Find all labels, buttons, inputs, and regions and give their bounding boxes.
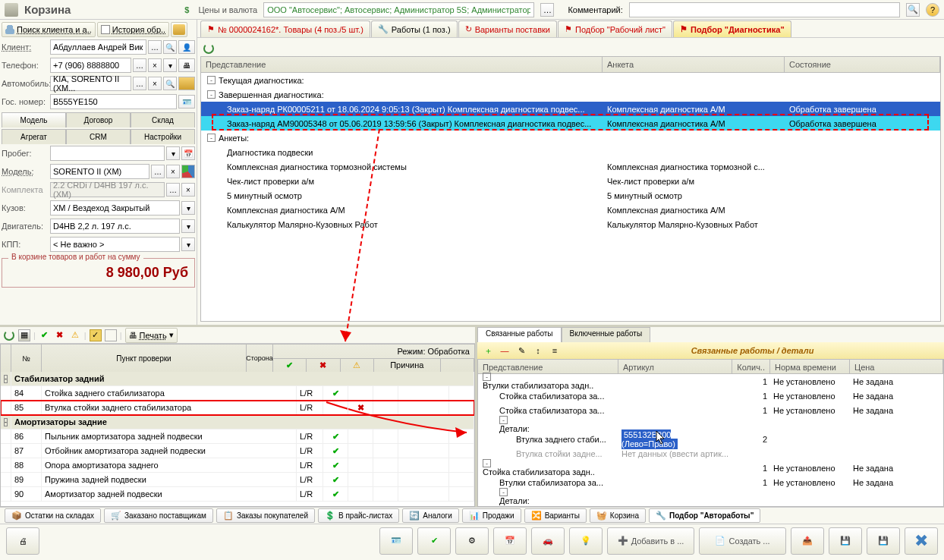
auto-input[interactable]: KIA, SORENTO II (XM...	[50, 76, 131, 91]
mileage-dd[interactable]: ▾	[166, 146, 180, 160]
engine-dd[interactable]: ▾	[181, 219, 195, 233]
check-row[interactable]: 90Амортизатор задней подвескиL/R✔	[1, 487, 474, 502]
tab-diagnostics[interactable]: ⚑Подбор "Диагностика"	[673, 20, 791, 37]
comment-input[interactable]	[629, 2, 900, 17]
help-button[interactable]: ?	[926, 3, 939, 17]
tree-row[interactable]: Заказ-наряд РК00005211 от 18.06.2024 9:0…	[201, 102, 940, 116]
auto-card[interactable]	[178, 77, 195, 90]
ok-button[interactable]: ✔	[39, 329, 51, 341]
tab-goods[interactable]: ⚑№ 0000024162*. Товары (4 поз./5 шт.)	[200, 20, 370, 37]
group-row[interactable]: -Стабилизатор задний	[1, 372, 474, 386]
tab-contract[interactable]: Договор	[66, 112, 131, 127]
complect-more[interactable]: …	[166, 183, 180, 197]
rel-del-button[interactable]: —	[499, 344, 511, 357]
model-input[interactable]: SORENTO II (XM)	[50, 164, 149, 179]
tab-variants[interactable]: ↻Варианты поставки	[458, 20, 557, 37]
phone-more[interactable]: …	[133, 58, 146, 72]
print-button[interactable]: 🖶 Печать ▾	[125, 328, 178, 343]
col-warn-icon[interactable]: ⚠	[341, 359, 374, 373]
rel-add-button[interactable]: ＋	[482, 344, 494, 357]
tab-warehouse[interactable]: Склад	[131, 112, 195, 127]
bottom-tab[interactable]: 📋Заказы покупателей	[216, 508, 315, 523]
col-representation[interactable]: Представление	[201, 57, 603, 72]
tab-aggregate[interactable]: Агрегат	[2, 129, 66, 144]
gear-button[interactable]: ⚙	[455, 527, 489, 555]
refresh-button[interactable]	[203, 43, 214, 54]
expand-icon[interactable]: -	[483, 373, 491, 381]
tree-row[interactable]: Чек-лист проверки а/мЧек-лист проверки а…	[201, 174, 940, 188]
check-row[interactable]: 88Опора амортизатора заднегоL/R✔	[1, 458, 474, 473]
tree-row[interactable]: Калькулятор Малярно-Кузовных РаботКальку…	[201, 217, 940, 231]
check-row[interactable]: 85Втулка стойки заднего стабилизатораL/R…	[1, 401, 474, 415]
diag-grid-body[interactable]: -Текущая диагностика:-Завершенная диагно…	[200, 73, 941, 322]
grid-button[interactable]: ▦	[18, 329, 30, 341]
expand-icon[interactable]: -	[499, 488, 508, 496]
tree-row[interactable]: 5 минутный осмотр5 минутный осмотр	[201, 188, 940, 203]
check-row[interactable]: 84Стойка заднего стабилизатораL/R✔	[1, 386, 474, 401]
tab-included-works[interactable]: Включенные работы	[562, 327, 651, 342]
related-row[interactable]: - Стойка стабилизатора задн..1Не установ…	[478, 461, 943, 475]
bottom-tab[interactable]: 🧺Корзина	[590, 508, 646, 523]
col-bad-icon[interactable]: ✖	[307, 359, 340, 373]
bottom-tab[interactable]: 💲В прайс-листах	[318, 508, 399, 523]
check-row[interactable]: 87Отбойник амортизатора задней подвескиL…	[1, 444, 474, 458]
bottom-tab[interactable]: 📦Остатки на складах	[5, 508, 101, 523]
check-row[interactable]: 86Пыльник амортизатора задней подвескиL/…	[1, 429, 474, 444]
create-button[interactable]: 📄Создать ...	[699, 527, 786, 555]
related-row[interactable]: - Втулки стабилизатора задн..1Не установ…	[478, 374, 943, 389]
client-input[interactable]: Абдуллаев Андрей Вик	[50, 39, 146, 55]
check-row[interactable]: 89Пружина задней подвескиL/R✔	[1, 473, 474, 487]
rel-col-article[interactable]: Артикул	[618, 360, 732, 373]
bottom-tab[interactable]: 🔄Аналоги	[402, 508, 459, 523]
expand-icon[interactable]: -	[499, 416, 508, 424]
group-row[interactable]: -Амортизаторы задние	[1, 415, 474, 429]
card-button[interactable]: 🪪	[379, 527, 413, 555]
close-button[interactable]: ✖	[905, 527, 938, 555]
expand-icon[interactable]: -	[207, 76, 216, 84]
client-card[interactable]: 👤	[178, 40, 195, 54]
mileage-input[interactable]	[50, 146, 165, 161]
save2-button[interactable]: 💾	[867, 527, 900, 555]
search-button[interactable]: 🔍	[906, 3, 920, 17]
col-mode[interactable]: Режим: Обработка	[273, 344, 474, 359]
kpp-input[interactable]: < Не важно >	[50, 237, 180, 252]
rel-sort-button[interactable]: ↕	[532, 344, 544, 357]
rel-edit-button[interactable]: ✎	[515, 344, 527, 357]
tree-row[interactable]: -Завершенная диагностика:	[201, 87, 940, 102]
tree-row[interactable]: -Текущая диагностика:	[201, 73, 940, 87]
client-open[interactable]: 🔍	[163, 40, 177, 54]
col-state[interactable]: Состояние	[785, 57, 940, 72]
phone-input[interactable]: +7 (906) 8888800	[50, 58, 131, 73]
rel-col-repr[interactable]: Представление	[478, 360, 618, 373]
rel-props-button[interactable]: ≡	[549, 344, 561, 357]
check-body[interactable]: -Стабилизатор задний84Стойка заднего ста…	[1, 372, 474, 502]
bulb-button[interactable]: 💡	[569, 527, 603, 555]
tree-row[interactable]: Комплексная диагностика тормозной систем…	[201, 159, 940, 174]
dollar-icon[interactable]: $	[181, 5, 192, 15]
col-side[interactable]: Сторона	[247, 344, 273, 372]
check-button[interactable]: ✔	[417, 527, 451, 555]
rel-col-price[interactable]: Цена	[850, 360, 943, 373]
body-dd[interactable]: ▾	[181, 201, 195, 215]
bottom-tab[interactable]: 🔀Варианты	[524, 508, 587, 523]
rel-col-norm[interactable]: Норма времени	[770, 360, 850, 373]
phone-dd[interactable]: ▾	[163, 58, 177, 72]
tab-related-works[interactable]: Связанные работы	[477, 327, 562, 342]
tab-worklist[interactable]: ⚑Подбор "Рабочий лист"	[558, 20, 672, 37]
print-big-button[interactable]: 🖨	[6, 527, 39, 555]
bad-button[interactable]: ✖	[54, 329, 66, 341]
tree-row[interactable]: -Анкеты:	[201, 131, 940, 145]
tree-row[interactable]: Комплексная диагностика А/МКомплексная д…	[201, 203, 940, 217]
bottom-tab[interactable]: 🛒Заказано поставщикам	[104, 508, 213, 523]
expand-icon[interactable]: -	[4, 418, 8, 426]
bottom-tab[interactable]: 🔧Подбор "Автоработы"	[649, 508, 760, 523]
tree-row[interactable]: Диагностика подвески	[201, 145, 940, 159]
col-item[interactable]: Пункт проверки	[42, 344, 247, 372]
complect-clear[interactable]: ×	[181, 183, 195, 197]
col-num[interactable]: №	[11, 344, 42, 372]
model-clear[interactable]: ×	[166, 165, 180, 178]
engine-input[interactable]: D4HB 2,2 л. 197 л.с.	[50, 219, 180, 234]
tab-crm[interactable]: CRM	[66, 129, 131, 144]
gos-input[interactable]: B555YE150	[50, 94, 177, 109]
context-more-button[interactable]: …	[540, 3, 554, 17]
